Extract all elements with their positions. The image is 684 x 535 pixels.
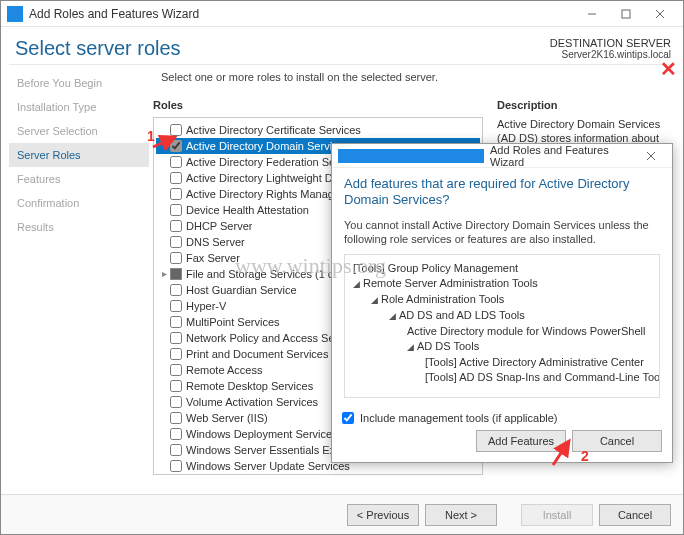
nav-step-server-roles[interactable]: Server Roles <box>9 143 149 167</box>
nav-step-server-selection[interactable]: Server Selection <box>9 119 149 143</box>
roles-header: Roles <box>153 99 483 111</box>
tree-node: ◢AD DS Tools <box>353 339 651 355</box>
tree-node: [Tools] Active Directory Administrative … <box>353 355 651 370</box>
role-item[interactable]: Active Directory Certificate Services <box>156 122 480 138</box>
install-button[interactable]: Install <box>521 504 593 526</box>
description-header: Description <box>497 99 675 111</box>
role-label: MultiPoint Services <box>186 315 280 329</box>
role-checkbox[interactable] <box>170 364 182 376</box>
role-checkbox[interactable] <box>170 380 182 392</box>
dialog-message: You cannot install Active Directory Doma… <box>344 218 660 246</box>
role-checkbox[interactable] <box>170 428 182 440</box>
app-icon <box>7 6 23 22</box>
add-features-button[interactable]: Add Features <box>476 430 566 452</box>
dialog-question: Add features that are required for Activ… <box>344 176 660 208</box>
wizard-header: Select server roles DESTINATION SERVER S… <box>1 27 683 64</box>
dialog-title-bar: Add Roles and Features Wizard <box>332 144 672 168</box>
role-checkbox[interactable] <box>170 220 182 232</box>
role-checkbox[interactable] <box>170 124 182 136</box>
destination-server: Server2K16.wintips.local <box>550 49 671 60</box>
role-checkbox[interactable] <box>170 268 182 280</box>
svg-rect-1 <box>622 10 630 18</box>
include-label: Include management tools (if applicable) <box>360 412 558 424</box>
role-label: Web Server (IIS) <box>186 411 268 425</box>
role-checkbox[interactable] <box>170 444 182 456</box>
tree-caret-icon: ◢ <box>371 293 381 308</box>
dialog-close-button[interactable] <box>636 145 666 167</box>
role-label: Print and Document Services <box>186 347 328 361</box>
maximize-button[interactable] <box>609 2 643 26</box>
cancel-button[interactable]: Cancel <box>599 504 671 526</box>
destination-label: DESTINATION SERVER <box>550 37 671 49</box>
role-checkbox[interactable] <box>170 412 182 424</box>
role-label: Remote Desktop Services <box>186 379 313 393</box>
dialog-cancel-button[interactable]: Cancel <box>572 430 662 452</box>
role-label: DHCP Server <box>186 219 252 233</box>
add-features-dialog: Add Roles and Features Wizard Add featur… <box>331 143 673 463</box>
role-checkbox[interactable] <box>170 204 182 216</box>
error-x-icon: ✕ <box>660 57 677 81</box>
tree-caret-icon: ◢ <box>389 309 399 324</box>
next-button[interactable]: Next > <box>425 504 497 526</box>
nav-step-results[interactable]: Results <box>9 215 149 239</box>
wizard-nav: Before You BeginInstallation TypeServer … <box>1 71 149 495</box>
tree-node: ◢AD DS and AD LDS Tools <box>353 308 651 324</box>
role-checkbox[interactable] <box>170 172 182 184</box>
role-checkbox[interactable] <box>170 156 182 168</box>
role-checkbox[interactable] <box>170 252 182 264</box>
nav-step-installation-type[interactable]: Installation Type <box>9 95 149 119</box>
role-label: Device Health Attestation <box>186 203 309 217</box>
tree-node: [Tools] Group Policy Management <box>353 261 651 276</box>
header-separator <box>9 64 675 65</box>
previous-button[interactable]: < Previous <box>347 504 419 526</box>
tree-node: ◢Role Administration Tools <box>353 292 651 308</box>
role-label: Windows Server Update Services <box>186 459 350 473</box>
role-label: Hyper-V <box>186 299 226 313</box>
tree-caret-icon: ◢ <box>353 277 363 292</box>
instruction-text: Select one or more roles to install on t… <box>153 71 675 91</box>
role-label: Host Guardian Service <box>186 283 297 297</box>
window-controls <box>575 2 677 26</box>
features-tree[interactable]: [Tools] Group Policy Management◢Remote S… <box>344 254 660 398</box>
expand-icon[interactable]: ▸ <box>158 267 170 281</box>
window-title-bar: Add Roles and Features Wizard <box>1 1 683 27</box>
page-title: Select server roles <box>15 37 181 60</box>
role-checkbox[interactable] <box>170 188 182 200</box>
minimize-button[interactable] <box>575 2 609 26</box>
window-title: Add Roles and Features Wizard <box>29 7 575 21</box>
role-label: Fax Server <box>186 251 240 265</box>
destination-info: DESTINATION SERVER Server2K16.wintips.lo… <box>550 37 671 60</box>
role-label: Active Directory Certificate Services <box>186 123 361 137</box>
role-checkbox[interactable] <box>170 396 182 408</box>
tree-node: [Tools] AD DS Snap-Ins and Command-Line … <box>353 370 651 385</box>
role-checkbox[interactable] <box>170 348 182 360</box>
tree-node: ◢Remote Server Administration Tools <box>353 276 651 292</box>
role-label: Remote Access <box>186 363 262 377</box>
close-button[interactable] <box>643 2 677 26</box>
dialog-icon <box>338 149 484 163</box>
nav-step-features[interactable]: Features <box>9 167 149 191</box>
role-label: DNS Server <box>186 235 245 249</box>
role-checkbox[interactable] <box>170 140 182 152</box>
role-checkbox[interactable] <box>170 460 182 472</box>
tree-node: Active Directory module for Windows Powe… <box>353 324 651 339</box>
include-checkbox-input[interactable] <box>342 412 354 424</box>
tree-caret-icon: ◢ <box>407 340 417 355</box>
role-checkbox[interactable] <box>170 300 182 312</box>
nav-step-confirmation[interactable]: Confirmation <box>9 191 149 215</box>
role-checkbox[interactable] <box>170 316 182 328</box>
role-checkbox[interactable] <box>170 332 182 344</box>
role-label: Windows Deployment Services <box>186 427 338 441</box>
role-checkbox[interactable] <box>170 236 182 248</box>
role-checkbox[interactable] <box>170 284 182 296</box>
role-label: Volume Activation Services <box>186 395 318 409</box>
include-management-tools-checkbox[interactable]: Include management tools (if applicable) <box>342 412 662 424</box>
role-label: Active Directory Domain Services <box>186 139 349 153</box>
wizard-footer: < Previous Next > Install Cancel <box>1 494 683 534</box>
dialog-title: Add Roles and Features Wizard <box>490 144 636 168</box>
nav-step-before-you-begin[interactable]: Before You Begin <box>9 71 149 95</box>
